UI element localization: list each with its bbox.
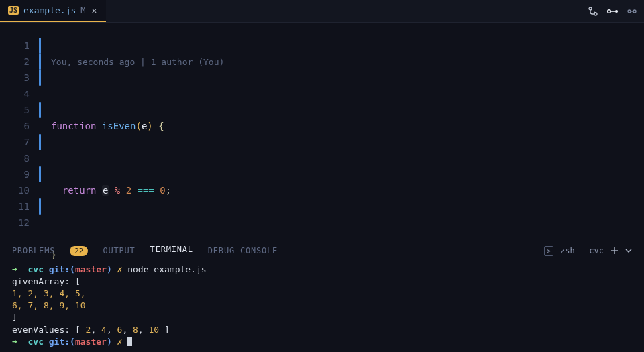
line-number: 3 <box>0 70 30 86</box>
terminal-line: ➜ cvc git:(master) ✗ node example.js <box>12 263 632 276</box>
line-number: 11 <box>0 198 30 215</box>
tab-filename: example.js <box>23 5 76 15</box>
svg-point-5 <box>628 10 631 13</box>
line-number: 9 <box>0 166 30 182</box>
line-number: 5 <box>0 102 30 118</box>
code-editor[interactable]: 1 2 3 4 5 6 7 8 9 10 11 12 You, seconds … <box>0 23 644 239</box>
tab-bar: JS example.js M ✕ <box>0 0 644 23</box>
tab-problems[interactable]: PROBLEMS <box>12 246 55 255</box>
tab-debug-console[interactable]: DEBUG CONSOLE <box>208 246 278 255</box>
svg-point-0 <box>589 7 592 10</box>
terminal-line: givenArray: [ <box>12 276 632 288</box>
terminal-line: 1, 2, 3, 4, 5, <box>12 288 632 300</box>
line-number: 4 <box>0 86 30 102</box>
terminal-selector[interactable]: zsh - cvc <box>560 246 604 255</box>
more-actions-icon[interactable] <box>627 6 637 17</box>
terminal-output[interactable]: ➜ cvc git:(master) ✗ node example.js giv… <box>0 262 644 352</box>
tab-modified-badge: M <box>80 6 85 15</box>
tab-output[interactable]: OUTPUT <box>103 246 135 255</box>
tab-terminal[interactable]: TERMINAL <box>150 245 193 257</box>
terminal-line: ] <box>12 312 632 324</box>
terminal-launch-icon[interactable]: > <box>544 246 553 256</box>
code-area[interactable]: You, seconds ago | 1 author (You) functi… <box>42 23 644 239</box>
terminal-line: 6, 7, 8, 9, 10 <box>12 300 632 312</box>
terminal-cursor <box>127 337 132 346</box>
open-changes-icon[interactable] <box>606 6 619 17</box>
line-number: 10 <box>0 182 30 198</box>
editor-tab-example-js[interactable]: JS example.js M ✕ <box>0 0 106 22</box>
line-number: 12 <box>0 215 30 231</box>
line-number-gutter: 1 2 3 4 5 6 7 8 9 10 11 12 <box>0 23 39 239</box>
svg-point-2 <box>608 9 611 13</box>
tab-close-icon[interactable]: ✕ <box>91 5 99 15</box>
problems-count-badge: 22 <box>70 246 88 256</box>
line-number: 7 <box>0 134 30 150</box>
line-number: 2 <box>0 54 30 70</box>
svg-point-4 <box>616 10 618 12</box>
code-line[interactable]: return e % 2 === 0; <box>51 182 644 198</box>
terminal-line: evenValues: [ 2, 4, 6, 8, 10 ] <box>12 324 632 336</box>
editor-actions <box>588 0 644 22</box>
compare-changes-icon[interactable] <box>588 6 598 17</box>
new-terminal-icon[interactable] <box>610 247 619 255</box>
panel-tab-bar: PROBLEMS 22 OUTPUT TERMINAL DEBUG CONSOL… <box>0 239 644 262</box>
bottom-panel: PROBLEMS 22 OUTPUT TERMINAL DEBUG CONSOL… <box>0 239 644 352</box>
git-blame-annotation: You, seconds ago | 1 author (You) <box>51 55 644 70</box>
line-number: 8 <box>0 150 30 166</box>
terminal-dropdown-icon[interactable] <box>625 247 632 254</box>
terminal-line: ➜ cvc git:(master) ✗ <box>12 336 632 348</box>
svg-point-7 <box>633 10 636 13</box>
js-file-icon: JS <box>8 6 19 15</box>
line-number: 1 <box>0 38 30 54</box>
line-number: 6 <box>0 118 30 134</box>
code-line[interactable]: function isEven(e) { <box>51 118 644 134</box>
